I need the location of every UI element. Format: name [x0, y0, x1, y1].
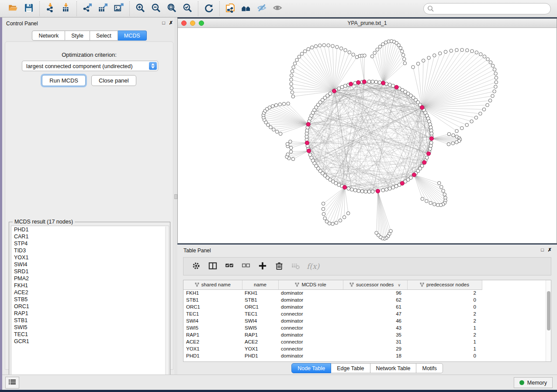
mcds-node[interactable] [349, 82, 353, 86]
mcds-node[interactable] [356, 80, 360, 84]
table-row[interactable]: RAP1RAP1dominator352 [183, 331, 482, 338]
network-node[interactable] [442, 189, 445, 193]
mcds-result-item[interactable]: ACE2 [11, 289, 169, 296]
network-node[interactable] [274, 103, 278, 107]
panel-toggle-button[interactable] [5, 377, 19, 389]
network-node[interactable] [364, 190, 367, 193]
network-node[interactable] [425, 199, 429, 203]
network-node[interactable] [391, 186, 395, 189]
network-node[interactable] [363, 54, 367, 58]
network-node[interactable] [491, 64, 495, 68]
network-node[interactable] [295, 58, 299, 62]
mcds-result-item[interactable]: SWI5 [11, 324, 169, 331]
column-header-shared-name[interactable]: shared name [183, 280, 242, 289]
network-node[interactable] [292, 65, 295, 69]
export-network-button[interactable] [80, 2, 95, 15]
network-node[interactable] [378, 45, 382, 48]
close-panel-icon[interactable]: ✗ [169, 20, 173, 26]
network-node[interactable] [493, 90, 496, 93]
network-node[interactable] [486, 58, 490, 61]
network-node[interactable] [346, 212, 350, 215]
mcds-result-item[interactable]: GCR1 [11, 338, 169, 345]
network-node[interactable] [391, 84, 395, 88]
tab-node-table[interactable]: Node Table [291, 363, 331, 373]
network-node[interactable] [290, 74, 294, 77]
network-node[interactable] [289, 140, 292, 144]
network-node[interactable] [493, 68, 496, 71]
mcds-result-item[interactable]: CAR1 [11, 233, 169, 240]
network-node[interactable] [495, 76, 498, 79]
export-table-button[interactable] [95, 2, 111, 15]
network-node[interactable] [272, 128, 276, 131]
network-node[interactable] [399, 46, 402, 50]
network-node[interactable] [347, 187, 350, 190]
mcds-node[interactable] [420, 106, 424, 110]
tab-select[interactable]: Select [90, 31, 118, 41]
network-node[interactable] [290, 86, 294, 90]
refresh-button[interactable] [201, 2, 217, 15]
mcds-result-list[interactable]: PHD1CAR1STP4TID3YOX1SWI4SRD1PMA2FKH1ACE2… [11, 226, 169, 382]
network-node[interactable] [353, 189, 357, 192]
network-node[interactable] [336, 45, 339, 49]
tab-style[interactable]: Style [65, 31, 90, 41]
network-node[interactable] [340, 86, 344, 89]
hide-details-button[interactable] [254, 2, 270, 15]
tab-motifs[interactable]: Motifs [416, 363, 443, 373]
network-node[interactable] [291, 70, 294, 73]
mcds-result-item[interactable]: FKH1 [11, 282, 169, 289]
network-node[interactable] [322, 202, 325, 206]
network-node[interactable] [339, 219, 342, 222]
mcds-result-item[interactable]: SRD1 [11, 268, 169, 275]
network-node[interactable] [298, 55, 301, 58]
network-node[interactable] [331, 45, 335, 48]
unselect-all-button[interactable] [239, 260, 253, 273]
network-node[interactable] [388, 187, 391, 190]
table-scrollbar[interactable] [546, 280, 551, 361]
mcds-result-item[interactable]: PHD1 [11, 226, 169, 233]
network-node[interactable] [436, 203, 440, 207]
mcds-result-item[interactable]: STB1 [11, 317, 169, 324]
mcds-result-item[interactable]: PMA2 [11, 275, 169, 282]
tab-network[interactable]: Network [32, 31, 65, 41]
network-node[interactable] [339, 47, 343, 50]
network-node[interactable] [348, 51, 351, 54]
network-node[interactable] [482, 108, 486, 111]
network-node[interactable] [291, 95, 295, 98]
network-node[interactable] [371, 190, 374, 193]
column-header-MCDS-role[interactable]: MCDS role [278, 280, 343, 289]
network-node[interactable] [371, 80, 374, 83]
tab-edge-table[interactable]: Edge Table [331, 363, 370, 373]
network-node[interactable] [486, 103, 489, 107]
network-node[interactable] [367, 80, 371, 83]
table-row[interactable]: PHD1PHD1dominator180 [183, 352, 482, 359]
network-node[interactable] [373, 51, 377, 55]
mcds-node[interactable] [376, 189, 380, 193]
show-details-button[interactable] [270, 2, 285, 15]
network-node[interactable] [429, 201, 432, 205]
network-node[interactable] [438, 52, 442, 55]
float-table-panel-icon[interactable]: □ [541, 247, 544, 253]
add-row-button[interactable] [256, 260, 269, 273]
network-node[interactable] [385, 188, 388, 191]
column-header-predecessor-nodes[interactable]: predecessor nodes [407, 280, 482, 289]
network-node[interactable] [440, 186, 443, 189]
column-header-name[interactable]: name [242, 280, 278, 289]
network-node[interactable] [375, 231, 378, 235]
network-node[interactable] [479, 53, 483, 56]
network-node[interactable] [388, 83, 391, 86]
save-session-button[interactable] [21, 2, 37, 15]
mcds-result-item[interactable]: YOX1 [11, 254, 169, 261]
mcds-node[interactable] [306, 122, 310, 126]
network-node[interactable] [370, 55, 374, 58]
network-node[interactable] [350, 188, 353, 191]
network-node[interactable] [450, 49, 453, 52]
network-node[interactable] [437, 182, 441, 185]
mcds-node[interactable] [426, 151, 430, 155]
network-node[interactable] [275, 130, 279, 134]
network-node[interactable] [279, 132, 282, 136]
network-node[interactable] [433, 203, 436, 206]
network-node[interactable] [483, 55, 486, 58]
network-node[interactable] [488, 99, 492, 103]
network-node[interactable] [318, 44, 322, 47]
table-row[interactable]: ORC1ORC1dominator610 [183, 303, 482, 310]
